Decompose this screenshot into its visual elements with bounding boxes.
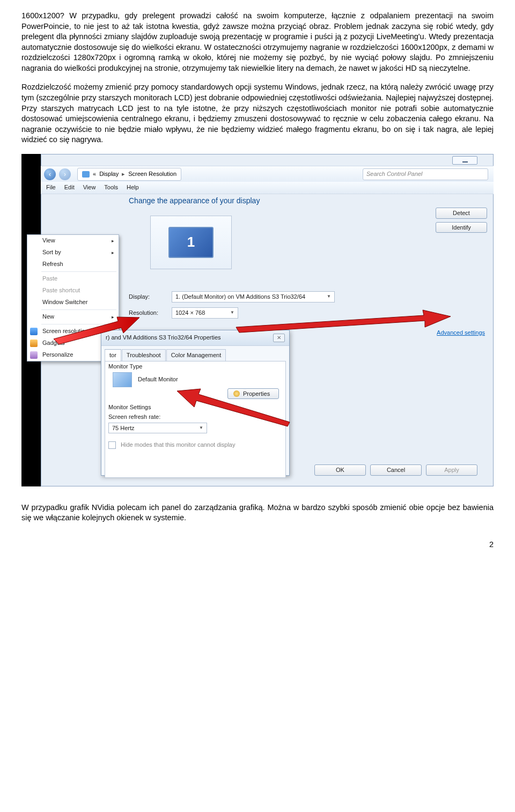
dialog-titlebar: r) and VM Additions S3 Trio32/64 Propert… [101,330,289,346]
chevron-down-icon: ▼ [327,294,331,300]
apply-button: Apply [426,464,477,476]
ctx-separator [41,309,116,310]
shield-icon [233,390,240,397]
advanced-settings-link[interactable]: Advanced settings [437,329,485,337]
page-title: Change the appearance of your display [129,196,486,206]
forward-button[interactable]: › [59,168,71,180]
monitor-icon [30,328,38,335]
chevron-down-icon: ▼ [199,425,203,431]
tab-monitor[interactable]: tor [105,349,121,361]
personalize-icon [30,351,38,359]
tab-strip: tor Troubleshoot Color Management [101,346,289,361]
navigation-bar: ‹ › « Display ▸ Screen Resolution Search… [41,166,494,183]
resolution-row: Resolution: 1024 × 768▼ [129,307,238,319]
paragraph-3: W przypadku grafik NVidia polecam ich pa… [21,503,494,523]
breadcrumb-display[interactable]: Display [99,170,119,178]
monitor-properties-dialog: r) and VM Additions S3 Trio32/64 Propert… [101,330,290,476]
content-area: Change the appearance of your display 1 [129,196,486,269]
refresh-rate-label: Screen refresh rate: [108,413,160,421]
identify-button[interactable]: Identify [436,222,487,233]
back-button[interactable]: ‹ [44,168,56,180]
default-monitor-text: Default Monitor [138,376,178,382]
search-input[interactable]: Search Control Panel [363,168,488,180]
hide-modes-checkbox[interactable] [108,441,116,449]
breadcrumb[interactable]: « Display ▸ Screen Resolution [77,168,181,181]
menu-bar: File Edit View Tools Help [41,182,494,194]
cancel-button[interactable]: Cancel [370,464,422,476]
monitor-icon [113,372,132,387]
resolution-dropdown[interactable]: 1024 × 768▼ [172,307,238,319]
search-placeholder: Search Control Panel [366,170,423,178]
ctx-new[interactable]: New▸ [27,311,119,323]
detect-button[interactable]: Detect [436,208,487,219]
tab-troubleshoot[interactable]: Troubleshoot [122,349,166,361]
paragraph-2: Rozdzielczość możemy zmienić przy pomocy… [21,82,494,145]
paragraph-1: 1600x1200? W przypadku, gdy prelegent pr… [21,11,494,73]
monitor-type-label: Monitor Type [108,363,142,371]
tab-body: Monitor Type Default Monitor Properties … [105,361,286,478]
detect-identify-buttons: Detect Identify [436,208,487,233]
breadcrumb-screen-resolution[interactable]: Screen Resolution [128,170,176,178]
ctx-refresh[interactable]: Refresh [27,259,119,270]
menu-file[interactable]: File [46,183,56,191]
gadgets-icon [30,339,38,347]
tab-color-management[interactable]: Color Management [166,349,226,361]
screenshot-container: ‹ › « Display ▸ Screen Resolution Search… [21,154,494,486]
display-thumbnail[interactable]: 1 [168,227,214,258]
ok-button[interactable]: OK [314,464,366,476]
properties-button[interactable]: Properties [227,388,279,400]
monitor-icon [82,171,90,178]
display-label: Display: [129,293,172,301]
menu-tools[interactable]: Tools [104,183,118,191]
chevron-down-icon: ▼ [230,310,234,316]
close-button[interactable]: ✕ [273,334,285,342]
ctx-sort-by[interactable]: Sort by▸ [27,247,119,259]
ctx-separator [41,271,116,272]
breadcrumb-sep: « [93,170,96,178]
ctx-paste: Paste [27,273,119,285]
ctx-paste-shortcut: Paste shortcut [27,285,119,297]
menu-view[interactable]: View [83,183,96,191]
display-preview[interactable]: 1 [150,216,232,269]
dialog-button-row: OK Cancel Apply [314,464,477,476]
dialog-title: r) and VM Additions S3 Trio32/64 Propert… [106,334,221,342]
breadcrumb-arrow: ▸ [122,170,125,178]
display-dropdown[interactable]: 1. (Default Monitor) on VM Additions S3 … [172,291,335,302]
display-row: Display: 1. (Default Monitor) on VM Addi… [129,291,335,302]
ctx-separator [41,324,116,324]
window-caption-buttons[interactable] [452,156,477,165]
monitor-settings-label: Monitor Settings [108,403,151,411]
menu-help[interactable]: Help [127,183,139,191]
page-number: 2 [21,540,494,550]
hide-modes-label: Hide modes that this monitor cannot disp… [121,441,235,448]
menu-edit[interactable]: Edit [64,183,75,191]
ctx-window-switcher[interactable]: Window Switcher [27,297,119,308]
resolution-label: Resolution: [129,309,172,317]
ctx-view[interactable]: View▸ [27,235,119,247]
refresh-rate-dropdown[interactable]: 75 Hertz▼ [108,423,207,434]
